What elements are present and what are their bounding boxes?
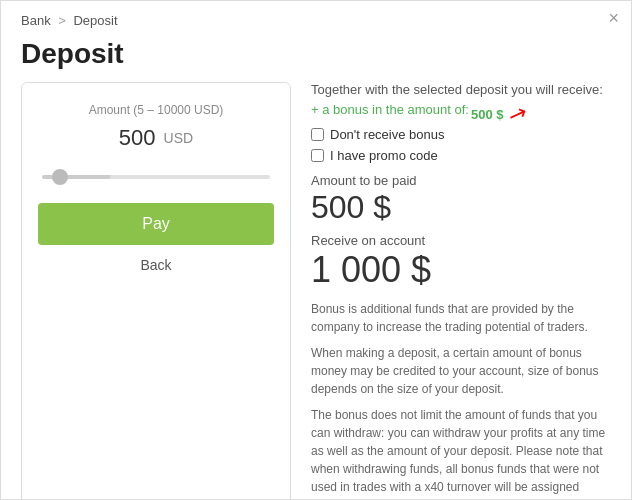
amount-to-pay-value: 500 $ [311, 190, 611, 225]
back-button[interactable]: Back [38, 257, 274, 273]
breadcrumb: Bank > Deposit [1, 1, 631, 28]
bonus-line-wrap: + a bonus in the amount of: 500 $ ↖ [311, 101, 611, 127]
deposit-window: × Bank > Deposit Deposit Amount (5 – 100… [0, 0, 632, 500]
info-text-3: The bonus does not limit the amount of f… [311, 406, 611, 500]
left-panel: Amount (5 – 10000 USD) 500 USD Pay Back [21, 82, 291, 500]
info-text-1: Bonus is additional funds that are provi… [311, 300, 611, 336]
receive-label: Receive on account [311, 233, 611, 248]
info-text-2: When making a deposit, a certain amount … [311, 344, 611, 398]
promo-row: I have promo code [311, 148, 611, 163]
dont-receive-label: Don't receive bonus [330, 127, 445, 142]
dont-receive-row: Don't receive bonus [311, 127, 611, 142]
breadcrumb-parent[interactable]: Bank [21, 13, 51, 28]
amount-currency: USD [164, 130, 194, 146]
close-icon[interactable]: × [608, 9, 619, 27]
dont-receive-checkbox[interactable] [311, 128, 324, 141]
amount-slider[interactable] [42, 175, 270, 179]
arrow-icon: ↖ [506, 99, 532, 130]
right-panel: Together with the selected deposit you w… [311, 82, 611, 500]
receive-value: 1 000 $ [311, 250, 611, 290]
amount-to-pay-label: Amount to be paid [311, 173, 611, 188]
amount-label: Amount (5 – 10000 USD) [38, 103, 274, 117]
amount-input-row: 500 USD [38, 125, 274, 151]
page-title: Deposit [1, 28, 631, 82]
bonus-prefix: + a bonus in the amount of: [311, 102, 469, 117]
promo-checkbox[interactable] [311, 149, 324, 162]
promo-label: I have promo code [330, 148, 438, 163]
bonus-amount: 500 $ [471, 107, 504, 122]
pay-button[interactable]: Pay [38, 203, 274, 245]
breadcrumb-current: Deposit [73, 13, 117, 28]
together-text: Together with the selected deposit you w… [311, 82, 611, 97]
slider-container [38, 165, 274, 183]
main-content: Amount (5 – 10000 USD) 500 USD Pay Back … [1, 82, 631, 500]
breadcrumb-separator: > [58, 13, 66, 28]
amount-value: 500 [119, 125, 156, 151]
